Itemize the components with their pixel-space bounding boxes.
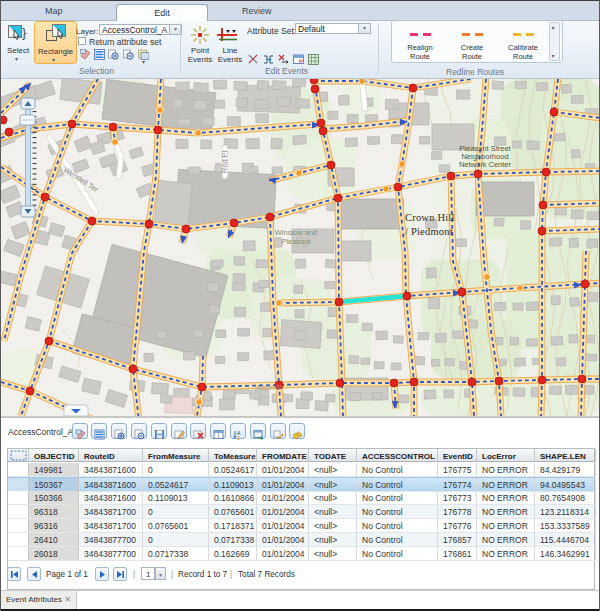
svg-text:Crown Hill: Crown Hill [405,212,455,223]
svg-text:}: } [22,25,27,40]
svg-text:Rod Pl: Rod Pl [220,150,229,173]
svg-text:Austin St: Austin St [256,384,282,391]
svg-text:Winslow and: Winslow and [275,228,318,237]
svg-text:Z: Z [237,435,240,441]
svg-text:Network Center: Network Center [459,160,512,169]
svg-text:/ Piedmont: / Piedmont [405,226,453,237]
svg-text:Pleasant: Pleasant [281,237,311,246]
